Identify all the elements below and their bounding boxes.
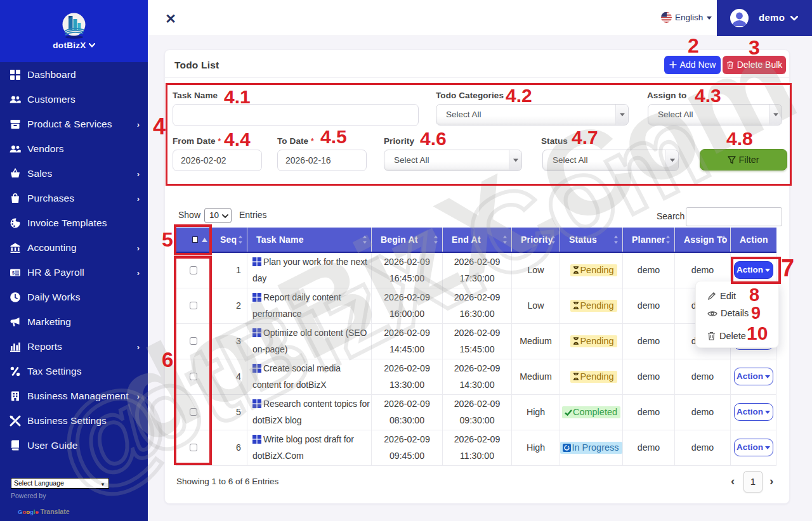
svg-text:$: $: [12, 270, 15, 275]
